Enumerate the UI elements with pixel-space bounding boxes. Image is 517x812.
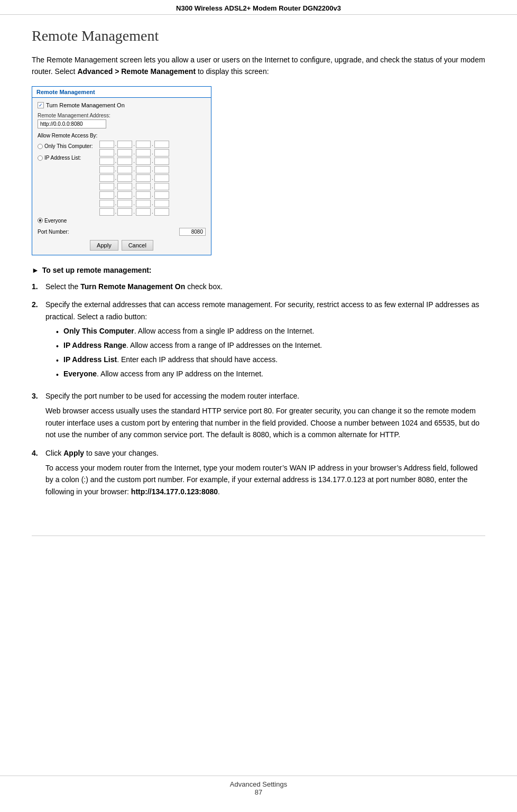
bullet-1-text: . Allow access from a single IP address … [134,327,315,335]
footer-page-number: 87 [0,788,517,796]
ip-grid: . . . . . . [99,141,169,216]
ip-input-8-2[interactable] [136,208,151,216]
ip-row-0: . . . [99,141,169,148]
bullet-3: • IP Address List. Enter each IP address… [56,354,485,366]
cancel-button[interactable]: Cancel [122,240,153,251]
ip-input-1-1[interactable] [117,149,132,156]
ip-input-4-1[interactable] [117,174,132,182]
ip-input-6-2[interactable] [136,191,151,199]
ui-panel: Remote Management ✓ Turn Remote Manageme… [32,86,211,255]
radio-circle-everyone[interactable] [38,218,43,223]
section-heading: ► To set up remote management: [32,266,485,274]
button-row: Apply Cancel [38,240,206,251]
ip-input-1-0[interactable] [99,149,114,156]
bullet-1: • Only This Computer. Allow access from … [56,326,485,338]
step-4-num: 4. [32,447,41,498]
step-3-para: Web browser access usually uses the stan… [45,405,485,440]
port-input[interactable] [179,228,206,236]
address-value: http://0.0.0.0:8080 [38,119,106,128]
step-1-content: Select the Turn Remote Management On che… [45,281,485,292]
step-4-para: To access your modem router from the Int… [45,462,485,497]
ip-input-3-1[interactable] [117,166,132,173]
ip-input-7-2[interactable] [136,200,151,207]
ip-input-7-0[interactable] [99,200,114,207]
radio-circle-list[interactable] [38,155,43,161]
intro-bold: Advanced > Remote Management [77,67,196,76]
step-4: 4. Click Apply to save your changes. To … [32,447,485,498]
ip-row-5: . . . [99,183,169,190]
step-4-para-end: . [218,487,220,496]
step-4-url: http://134.177.0.123:8080 [131,487,218,496]
ip-row-2: . . . [99,158,169,165]
ip-input-8-0[interactable] [99,208,114,216]
ip-input-6-0[interactable] [99,191,114,199]
ip-input-2-0[interactable] [99,158,114,165]
bullet-2-bold: IP Address Range [63,341,126,349]
ip-input-8-3[interactable] [154,208,169,216]
ip-input-8-1[interactable] [117,208,132,216]
step-3-text: Specify the port number to be used for a… [45,392,299,400]
ip-row-3: . . . [99,166,169,173]
ip-input-2-1[interactable] [117,158,132,165]
checkbox-row[interactable]: ✓ Turn Remote Management On [38,102,206,108]
step-4-content: Click Apply to save your changes. To acc… [45,447,485,498]
ip-input-6-1[interactable] [117,191,132,199]
ip-input-0-2[interactable] [136,141,151,148]
step-2: 2. Specify the external addresses that c… [32,299,485,384]
ip-input-1-2[interactable] [136,149,151,156]
radio-ip-address-list[interactable]: IP Address List: [38,153,93,163]
step-4-para-text: To access your modem router from the Int… [45,464,478,496]
step-4-text2: to save your changes. [84,449,159,457]
bullet-3-bold: IP Address List [63,355,117,364]
ip-input-5-0[interactable] [99,183,114,190]
step-1: 1. Select the Turn Remote Management On … [32,281,485,292]
intro-paragraph: The Remote Management screen lets you al… [32,54,485,78]
ip-input-2-2[interactable] [136,158,151,165]
step-2-text: Specify the external addresses that can … [45,300,479,320]
page-header: N300 Wireless ADSL2+ Modem Router DGN220… [0,0,517,15]
bullet-2-text: . Allow access from a range of IP addres… [126,341,322,349]
ui-panel-body: ✓ Turn Remote Management On Remote Manag… [32,98,211,255]
ip-row-1: . . . [99,149,169,156]
radio-only-this-computer[interactable]: Only This Computer: [38,142,93,151]
everyone-row[interactable]: Everyone [38,218,206,224]
step-2-content: Specify the external addresses that can … [45,299,485,384]
ip-input-3-2[interactable] [136,166,151,173]
ip-input-3-0[interactable] [99,166,114,173]
allow-label: Allow Remote Access By: [38,133,206,139]
ip-input-7-3[interactable] [154,200,169,207]
ip-input-4-2[interactable] [136,174,151,182]
bullet-2: • IP Address Range. Allow access from a … [56,340,485,352]
ip-input-5-3[interactable] [154,183,169,190]
ip-input-2-3[interactable] [154,158,169,165]
ip-input-4-0[interactable] [99,174,114,182]
ip-input-0-0[interactable] [99,141,114,148]
intro-text2: to display this screen: [196,67,269,76]
steps-list: 1. Select the Turn Remote Management On … [32,281,485,497]
radio-circle-only[interactable] [38,144,43,149]
step-1-num: 1. [32,281,41,292]
ip-input-5-2[interactable] [136,183,151,190]
ip-input-5-1[interactable] [117,183,132,190]
footer-divider [32,536,485,536]
ip-input-6-3[interactable] [154,191,169,199]
section-heading-text: To set up remote management: [42,266,152,274]
bullet-list: • Only This Computer. Allow access from … [56,326,485,381]
radio-label-only: Only This Computer: [44,143,93,149]
ip-row-6: . . . [99,191,169,199]
ip-input-7-1[interactable] [117,200,132,207]
everyone-label: Everyone [44,218,67,224]
ip-input-0-1[interactable] [117,141,132,148]
ip-input-4-3[interactable] [154,174,169,182]
bullet-2-content: IP Address Range. Allow access from a ra… [63,340,322,352]
ip-input-1-3[interactable] [154,149,169,156]
checkbox-turn-on[interactable]: ✓ [38,102,44,108]
ip-input-0-3[interactable] [154,141,169,148]
footer-label: Advanced Settings [0,780,517,788]
step-1-text1: Select the [45,282,80,291]
ip-input-3-3[interactable] [154,166,169,173]
apply-button[interactable]: Apply [90,240,118,251]
bullet-3-text: . Enter each IP address that should have… [117,355,278,364]
ip-row-8: . . . [99,208,169,216]
step-2-num: 2. [32,299,41,384]
